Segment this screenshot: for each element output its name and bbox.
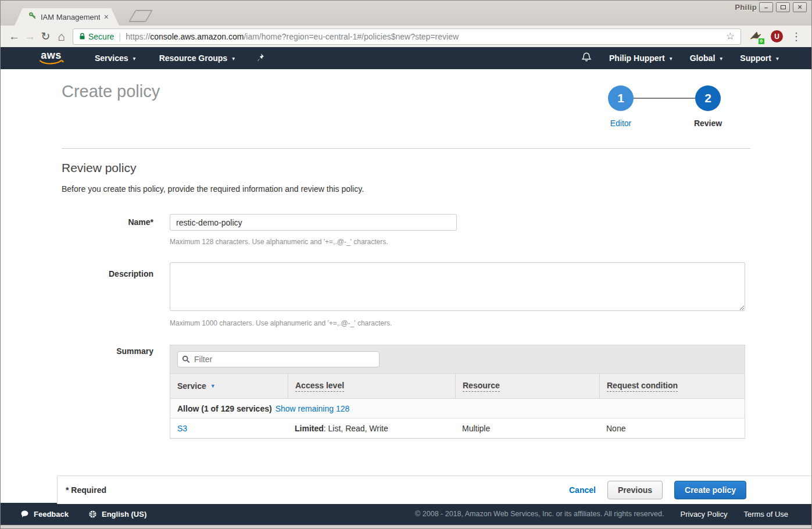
- section-divider: [62, 148, 750, 149]
- aws-navbar: aws Services ▾ Resource Groups ▾ Philip …: [1, 47, 811, 69]
- maximize-icon: [781, 5, 786, 9]
- toolbar-extensions: 0 U ⋮: [749, 30, 802, 43]
- description-label: Description: [1, 269, 153, 278]
- new-tab-button[interactable]: [128, 10, 153, 22]
- sort-desc-icon: ▼: [210, 383, 216, 389]
- terms-of-use-link[interactable]: Terms of Use: [743, 510, 788, 519]
- column-header-request-condition[interactable]: Request condition: [599, 374, 745, 398]
- feedback-bubble-icon: [20, 510, 29, 519]
- main-content: Create policy 1 2 Editor Review Review p…: [1, 69, 811, 503]
- nav-user-menu[interactable]: Philip Huppert ▾: [609, 53, 673, 63]
- table-row: S3 Limited: List, Read, Write Multiple N…: [170, 419, 745, 438]
- step-review-circle: 2: [695, 85, 721, 111]
- tab-close-icon[interactable]: ×: [104, 13, 109, 21]
- nav-support-menu[interactable]: Support ▾: [740, 53, 779, 63]
- lock-icon: [79, 33, 85, 40]
- page-title: Create policy: [62, 82, 160, 101]
- window-title: Philip: [735, 3, 757, 12]
- column-header-resource[interactable]: Resource: [455, 374, 599, 398]
- step-connector: [634, 98, 695, 99]
- browser-menu-icon[interactable]: ⋮: [790, 30, 802, 43]
- name-input[interactable]: [170, 214, 457, 231]
- summary-label: Summary: [1, 346, 153, 356]
- name-help-text: Maximum 128 characters. Use alphanumeric…: [170, 238, 388, 246]
- bookmark-star-icon[interactable]: ☆: [726, 30, 735, 42]
- url-text: https://console.aws.amazon.com/iam/home?…: [126, 32, 459, 41]
- home-icon[interactable]: ⌂: [53, 30, 69, 44]
- chevron-down-icon: ▾: [133, 55, 136, 62]
- name-label: Name*: [1, 217, 153, 227]
- request-condition-cell: None: [599, 424, 745, 433]
- language-selector[interactable]: English (US): [88, 510, 146, 519]
- table-group-row: Allow (1 of 129 services) Show remaining…: [170, 399, 745, 419]
- wizard-steps: 1 2 Editor Review: [608, 85, 721, 129]
- window-bottom-border: [1, 525, 811, 528]
- filter-input[interactable]: [177, 351, 380, 367]
- globe-icon: [88, 510, 97, 519]
- create-policy-button[interactable]: Create policy: [674, 481, 746, 499]
- navbar-right: Philip Huppert ▾ Global ▾ Support ▾: [581, 52, 779, 65]
- minimize-button[interactable]: –: [759, 2, 773, 12]
- action-bar: * Required Cancel Previous Create policy: [57, 476, 811, 504]
- omnibox-divider: |: [119, 31, 121, 41]
- profile-avatar[interactable]: U: [771, 30, 783, 42]
- step-review-label: Review: [694, 119, 722, 128]
- browser-toolbar: ← → ↻ ⌂ Secure | https://console.aws.ama…: [1, 26, 811, 47]
- titlebar: Philip – ✕ IAM Management Co ×: [1, 1, 811, 26]
- cancel-button[interactable]: Cancel: [569, 485, 596, 495]
- maximize-button[interactable]: [776, 2, 790, 12]
- section-heading: Review policy: [62, 161, 136, 175]
- chevron-down-icon: ▾: [670, 55, 673, 62]
- chevron-down-icon: ▾: [232, 55, 235, 62]
- secure-label: Secure: [88, 32, 114, 41]
- chevron-down-icon: ▾: [720, 55, 722, 62]
- privacy-policy-link[interactable]: Privacy Policy: [681, 510, 728, 519]
- required-note: * Required: [66, 485, 106, 495]
- forward-icon: →: [22, 30, 38, 43]
- extension-badge: 0: [759, 38, 764, 44]
- resource-cell: Multiple: [455, 424, 599, 433]
- column-header-access-level[interactable]: Access level: [288, 374, 455, 398]
- aws-footer: Feedback English (US) © 2008 - 2018, Ama…: [1, 503, 811, 525]
- group-row-text: Allow (1 of 129 services): [177, 404, 272, 413]
- nav-services[interactable]: Services ▾: [95, 53, 136, 63]
- step-editor-circle[interactable]: 1: [608, 85, 634, 111]
- aws-smile-icon: [40, 60, 64, 66]
- nav-region-menu[interactable]: Global ▾: [690, 53, 723, 63]
- back-icon[interactable]: ←: [6, 30, 22, 43]
- description-textarea[interactable]: [170, 262, 745, 311]
- tab-favicon-key-icon: [28, 12, 37, 22]
- aws-logo[interactable]: aws: [38, 50, 65, 66]
- tab-title: IAM Management Co: [41, 13, 100, 22]
- extension-bird-icon[interactable]: 0: [749, 30, 763, 43]
- summary-panel: Service ▼ Access level Resource Request …: [170, 345, 745, 439]
- address-bar[interactable]: Secure | https://console.aws.amazon.com/…: [73, 28, 741, 45]
- summary-table-header: Service ▼ Access level Resource Request …: [170, 374, 745, 399]
- filter-bar: [170, 345, 745, 374]
- secure-indicator[interactable]: Secure: [79, 32, 114, 41]
- show-remaining-link[interactable]: Show remaining 128: [276, 404, 350, 413]
- window-controls: – ✕: [759, 2, 807, 12]
- column-header-service[interactable]: Service ▼: [170, 374, 288, 398]
- refresh-icon[interactable]: ↻: [38, 30, 53, 43]
- close-button[interactable]: ✕: [793, 2, 807, 12]
- previous-button[interactable]: Previous: [607, 481, 663, 499]
- pin-icon[interactable]: [256, 53, 264, 63]
- feedback-button[interactable]: Feedback: [20, 510, 69, 519]
- copyright-text: © 2008 - 2018, Amazon Web Services, Inc.…: [415, 510, 664, 518]
- notifications-bell-icon[interactable]: [581, 52, 592, 65]
- section-intro: Before you create this policy, provide t…: [62, 184, 364, 194]
- service-link[interactable]: S3: [177, 424, 187, 433]
- access-level-cell: Limited: List, Read, Write: [288, 424, 455, 433]
- browser-window: Philip – ✕ IAM Management Co × ← → ↻ ⌂ S…: [0, 0, 812, 529]
- description-help-text: Maximum 1000 characters. Use alphanumeri…: [170, 319, 392, 327]
- chevron-down-icon: ▾: [776, 55, 779, 62]
- browser-tab[interactable]: IAM Management Co ×: [15, 8, 119, 26]
- nav-resource-groups[interactable]: Resource Groups ▾: [159, 53, 235, 63]
- search-icon: [182, 355, 190, 363]
- step-editor-label[interactable]: Editor: [610, 119, 632, 128]
